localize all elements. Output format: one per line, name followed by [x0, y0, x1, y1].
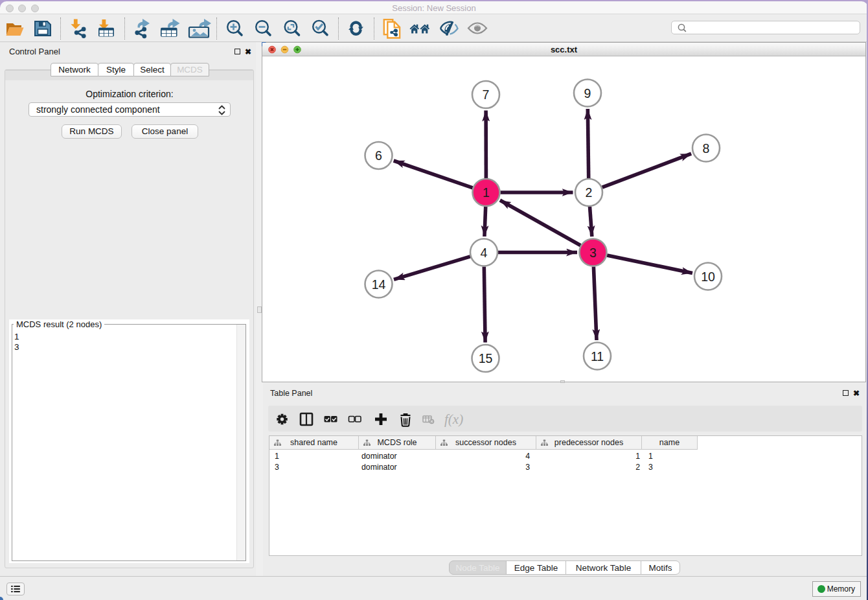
svg-text:15: 15 — [479, 351, 493, 365]
svg-text:3: 3 — [589, 246, 597, 260]
svg-text:1: 1 — [483, 185, 490, 200]
svg-text:6: 6 — [375, 148, 382, 163]
svg-text:9: 9 — [584, 86, 591, 100]
svg-text:7: 7 — [483, 87, 490, 102]
svg-text:11: 11 — [591, 349, 604, 363]
svg-text:4: 4 — [481, 246, 488, 260]
svg-text:8: 8 — [703, 141, 710, 156]
svg-text:2: 2 — [586, 185, 593, 200]
svg-text:f(x): f(x) — [444, 411, 463, 427]
svg-text:14: 14 — [372, 277, 386, 292]
svg-text:10: 10 — [701, 270, 715, 284]
